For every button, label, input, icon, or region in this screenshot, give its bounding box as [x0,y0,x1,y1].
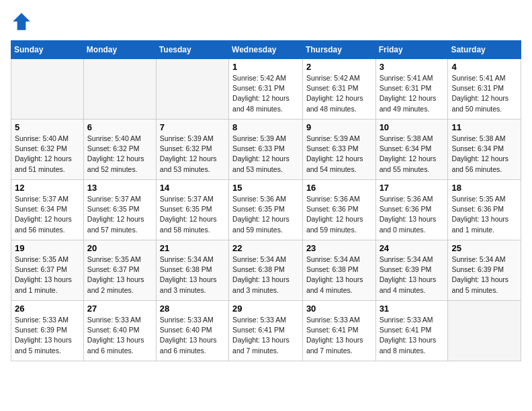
day-number: 10 [380,122,445,132]
day-number: 27 [87,304,152,314]
day-info: Sunrise: 5:34 AMSunset: 6:38 PMDaylight:… [306,255,372,295]
calendar-cell: 30Sunrise: 5:33 AMSunset: 6:41 PMDayligh… [302,301,375,361]
day-info: Sunrise: 5:36 AMSunset: 6:36 PMDaylight:… [306,194,372,235]
day-number: 17 [380,183,445,193]
calendar-cell: 11Sunrise: 5:38 AMSunset: 6:34 PMDayligh… [448,120,521,180]
weekday-header-saturday: Saturday [448,41,521,59]
day-info: Sunrise: 5:39 AMSunset: 6:33 PMDaylight:… [306,134,372,175]
weekday-header-monday: Monday [83,41,156,59]
day-info: Sunrise: 5:34 AMSunset: 6:39 PMDaylight:… [380,255,445,295]
day-info: Sunrise: 5:38 AMSunset: 6:34 PMDaylight:… [380,134,445,175]
day-number: 22 [232,243,299,253]
day-number: 26 [15,304,80,314]
day-info: Sunrise: 5:39 AMSunset: 6:33 PMDaylight:… [232,134,299,175]
calendar-cell: 29Sunrise: 5:33 AMSunset: 6:41 PMDayligh… [229,301,303,361]
day-info: Sunrise: 5:35 AMSunset: 6:37 PMDaylight:… [15,255,80,295]
calendar-cell: 8Sunrise: 5:39 AMSunset: 6:33 PMDaylight… [229,120,303,180]
calendar-cell: 13Sunrise: 5:37 AMSunset: 6:35 PMDayligh… [83,180,156,240]
logo [11,11,35,32]
day-info: Sunrise: 5:33 AMSunset: 6:41 PMDaylight:… [380,315,445,356]
calendar-cell [156,59,228,120]
day-info: Sunrise: 5:38 AMSunset: 6:34 PMDaylight:… [451,134,517,175]
calendar-cell: 14Sunrise: 5:37 AMSunset: 6:35 PMDayligh… [156,180,228,240]
day-info: Sunrise: 5:35 AMSunset: 6:36 PMDaylight:… [451,194,517,235]
weekday-header-sunday: Sunday [11,41,84,59]
calendar-cell: 12Sunrise: 5:37 AMSunset: 6:34 PMDayligh… [11,180,84,240]
day-info: Sunrise: 5:33 AMSunset: 6:41 PMDaylight:… [232,315,299,356]
calendar-cell [448,301,521,361]
day-info: Sunrise: 5:36 AMSunset: 6:35 PMDaylight:… [232,194,299,235]
day-number: 28 [160,304,225,314]
day-number: 5 [15,122,80,132]
calendar-cell: 20Sunrise: 5:35 AMSunset: 6:37 PMDayligh… [83,240,156,301]
calendar-cell: 3Sunrise: 5:41 AMSunset: 6:31 PMDaylight… [375,59,448,120]
calendar-cell: 16Sunrise: 5:36 AMSunset: 6:36 PMDayligh… [302,180,375,240]
calendar-cell: 28Sunrise: 5:33 AMSunset: 6:40 PMDayligh… [156,301,228,361]
day-number: 7 [160,122,225,132]
day-number: 31 [380,304,445,314]
weekday-header-thursday: Thursday [302,41,375,59]
day-number: 19 [15,243,80,253]
calendar-cell: 26Sunrise: 5:33 AMSunset: 6:39 PMDayligh… [11,301,84,361]
calendar-cell: 4Sunrise: 5:41 AMSunset: 6:31 PMDaylight… [448,59,521,120]
day-number: 4 [451,62,517,72]
day-number: 25 [451,243,517,253]
calendar-cell: 2Sunrise: 5:42 AMSunset: 6:31 PMDaylight… [302,59,375,120]
day-number: 1 [232,62,299,72]
weekday-header-tuesday: Tuesday [156,41,228,59]
day-info: Sunrise: 5:37 AMSunset: 6:35 PMDaylight:… [160,194,225,235]
calendar-cell: 23Sunrise: 5:34 AMSunset: 6:38 PMDayligh… [302,240,375,301]
day-info: Sunrise: 5:40 AMSunset: 6:32 PMDaylight:… [87,134,152,175]
calendar-cell: 10Sunrise: 5:38 AMSunset: 6:34 PMDayligh… [375,120,448,180]
day-info: Sunrise: 5:33 AMSunset: 6:40 PMDaylight:… [87,315,152,356]
day-number: 18 [451,183,517,193]
day-number: 15 [232,183,299,193]
day-number: 3 [380,62,445,72]
page-header [11,11,521,32]
day-number: 11 [451,122,517,132]
day-info: Sunrise: 5:35 AMSunset: 6:37 PMDaylight:… [87,255,152,295]
day-info: Sunrise: 5:40 AMSunset: 6:32 PMDaylight:… [15,134,80,175]
day-number: 2 [306,62,372,72]
calendar-cell: 1Sunrise: 5:42 AMSunset: 6:31 PMDaylight… [229,59,303,120]
day-number: 23 [306,243,372,253]
day-info: Sunrise: 5:39 AMSunset: 6:32 PMDaylight:… [160,134,225,175]
weekday-header-friday: Friday [375,41,448,59]
day-number: 30 [306,304,372,314]
day-info: Sunrise: 5:37 AMSunset: 6:34 PMDaylight:… [15,194,80,235]
day-info: Sunrise: 5:34 AMSunset: 6:38 PMDaylight:… [232,255,299,295]
calendar-cell: 6Sunrise: 5:40 AMSunset: 6:32 PMDaylight… [83,120,156,180]
calendar-cell: 19Sunrise: 5:35 AMSunset: 6:37 PMDayligh… [11,240,84,301]
logo-icon [11,11,32,32]
calendar-cell: 24Sunrise: 5:34 AMSunset: 6:39 PMDayligh… [375,240,448,301]
day-info: Sunrise: 5:42 AMSunset: 6:31 PMDaylight:… [232,73,299,114]
calendar-cell: 18Sunrise: 5:35 AMSunset: 6:36 PMDayligh… [448,180,521,240]
calendar-cell: 17Sunrise: 5:36 AMSunset: 6:36 PMDayligh… [375,180,448,240]
day-info: Sunrise: 5:37 AMSunset: 6:35 PMDaylight:… [87,194,152,235]
svg-marker-0 [13,13,30,30]
day-info: Sunrise: 5:42 AMSunset: 6:31 PMDaylight:… [306,73,372,114]
day-info: Sunrise: 5:33 AMSunset: 6:39 PMDaylight:… [15,315,80,356]
calendar-cell [83,59,156,120]
calendar-table: SundayMondayTuesdayWednesdayThursdayFrid… [11,40,521,361]
day-number: 29 [232,304,299,314]
calendar-cell [11,59,84,120]
day-info: Sunrise: 5:34 AMSunset: 6:39 PMDaylight:… [451,255,517,295]
calendar-cell: 9Sunrise: 5:39 AMSunset: 6:33 PMDaylight… [302,120,375,180]
calendar-cell: 25Sunrise: 5:34 AMSunset: 6:39 PMDayligh… [448,240,521,301]
day-number: 21 [160,243,225,253]
day-number: 13 [87,183,152,193]
day-number: 6 [87,122,152,132]
day-info: Sunrise: 5:33 AMSunset: 6:41 PMDaylight:… [306,315,372,356]
day-number: 16 [306,183,372,193]
calendar-cell: 31Sunrise: 5:33 AMSunset: 6:41 PMDayligh… [375,301,448,361]
calendar-cell: 15Sunrise: 5:36 AMSunset: 6:35 PMDayligh… [229,180,303,240]
calendar-cell: 22Sunrise: 5:34 AMSunset: 6:38 PMDayligh… [229,240,303,301]
calendar-cell: 5Sunrise: 5:40 AMSunset: 6:32 PMDaylight… [11,120,84,180]
calendar-cell: 7Sunrise: 5:39 AMSunset: 6:32 PMDaylight… [156,120,228,180]
day-info: Sunrise: 5:41 AMSunset: 6:31 PMDaylight:… [380,73,445,114]
day-info: Sunrise: 5:33 AMSunset: 6:40 PMDaylight:… [160,315,225,356]
day-number: 12 [15,183,80,193]
day-number: 8 [232,122,299,132]
calendar-cell: 21Sunrise: 5:34 AMSunset: 6:38 PMDayligh… [156,240,228,301]
